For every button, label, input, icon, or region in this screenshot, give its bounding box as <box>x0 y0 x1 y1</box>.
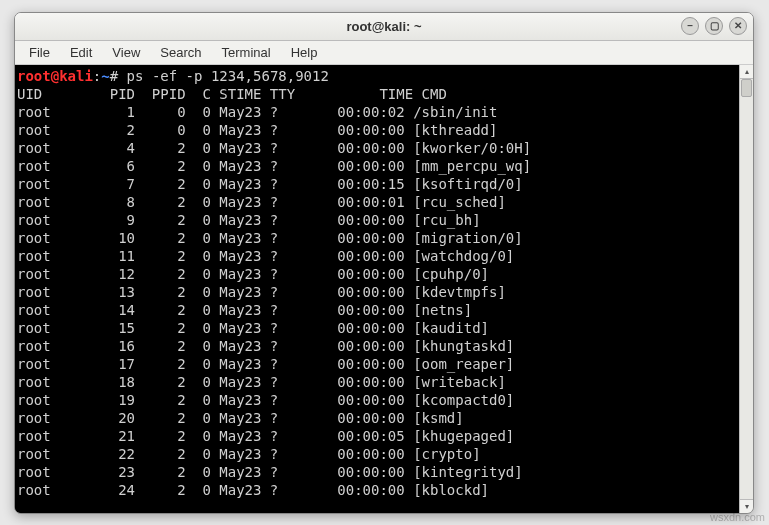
ps-row: root 20 2 0 May23 ? 00:00:00 [ksmd] <box>17 409 737 427</box>
scroll-thumb[interactable] <box>741 79 752 97</box>
scroll-down-button[interactable]: ▾ <box>740 499 753 513</box>
ps-row: root 9 2 0 May23 ? 00:00:00 [rcu_bh] <box>17 211 737 229</box>
ps-row: root 15 2 0 May23 ? 00:00:00 [kauditd] <box>17 319 737 337</box>
scroll-up-button[interactable]: ▴ <box>740 65 753 79</box>
minimize-button[interactable]: – <box>681 17 699 35</box>
ps-row: root 24 2 0 May23 ? 00:00:00 [kblockd] <box>17 481 737 499</box>
terminal-output[interactable]: root@kali:~# ps -ef -p 1234,5678,9012UID… <box>15 65 739 513</box>
menu-file[interactable]: File <box>19 43 60 62</box>
prompt-symbol: # <box>110 68 127 84</box>
menu-help[interactable]: Help <box>281 43 328 62</box>
ps-row: root 18 2 0 May23 ? 00:00:00 [writeback] <box>17 373 737 391</box>
ps-row: root 1 0 0 May23 ? 00:00:02 /sbin/init <box>17 103 737 121</box>
maximize-button[interactable]: ▢ <box>705 17 723 35</box>
ps-row: root 6 2 0 May23 ? 00:00:00 [mm_percpu_w… <box>17 157 737 175</box>
titlebar[interactable]: root@kali: ~ – ▢ ✕ <box>15 13 753 41</box>
ps-row: root 4 2 0 May23 ? 00:00:00 [kworker/0:0… <box>17 139 737 157</box>
ps-row: root 14 2 0 May23 ? 00:00:00 [netns] <box>17 301 737 319</box>
ps-row: root 13 2 0 May23 ? 00:00:00 [kdevtmpfs] <box>17 283 737 301</box>
ps-row: root 22 2 0 May23 ? 00:00:00 [crypto] <box>17 445 737 463</box>
menu-terminal[interactable]: Terminal <box>212 43 281 62</box>
ps-row: root 16 2 0 May23 ? 00:00:00 [khungtaskd… <box>17 337 737 355</box>
scrollbar[interactable]: ▴ ▾ <box>739 65 753 513</box>
ps-row: root 21 2 0 May23 ? 00:00:05 [khugepaged… <box>17 427 737 445</box>
window-title: root@kali: ~ <box>346 19 421 34</box>
prompt-path: ~ <box>101 68 109 84</box>
terminal-window: root@kali: ~ – ▢ ✕ File Edit View Search… <box>14 12 754 514</box>
ps-row: root 19 2 0 May23 ? 00:00:00 [kcompactd0… <box>17 391 737 409</box>
ps-row: root 2 0 0 May23 ? 00:00:00 [kthreadd] <box>17 121 737 139</box>
prompt-line: root@kali:~# ps -ef -p 1234,5678,9012 <box>17 67 737 85</box>
terminal-wrap: root@kali:~# ps -ef -p 1234,5678,9012UID… <box>15 65 753 513</box>
ps-row: root 17 2 0 May23 ? 00:00:00 [oom_reaper… <box>17 355 737 373</box>
prompt-command: ps -ef -p 1234,5678,9012 <box>127 68 329 84</box>
menu-search[interactable]: Search <box>150 43 211 62</box>
menubar: File Edit View Search Terminal Help <box>15 41 753 65</box>
close-button[interactable]: ✕ <box>729 17 747 35</box>
ps-row: root 10 2 0 May23 ? 00:00:00 [migration/… <box>17 229 737 247</box>
ps-row: root 7 2 0 May23 ? 00:00:15 [ksoftirqd/0… <box>17 175 737 193</box>
window-buttons: – ▢ ✕ <box>681 17 747 35</box>
ps-row: root 12 2 0 May23 ? 00:00:00 [cpuhp/0] <box>17 265 737 283</box>
menu-edit[interactable]: Edit <box>60 43 102 62</box>
menu-view[interactable]: View <box>102 43 150 62</box>
prompt-user: root@kali <box>17 68 93 84</box>
ps-row: root 11 2 0 May23 ? 00:00:00 [watchdog/0… <box>17 247 737 265</box>
ps-header: UID PID PPID C STIME TTY TIME CMD <box>17 85 737 103</box>
ps-row: root 8 2 0 May23 ? 00:00:01 [rcu_sched] <box>17 193 737 211</box>
ps-row: root 23 2 0 May23 ? 00:00:00 [kintegrity… <box>17 463 737 481</box>
